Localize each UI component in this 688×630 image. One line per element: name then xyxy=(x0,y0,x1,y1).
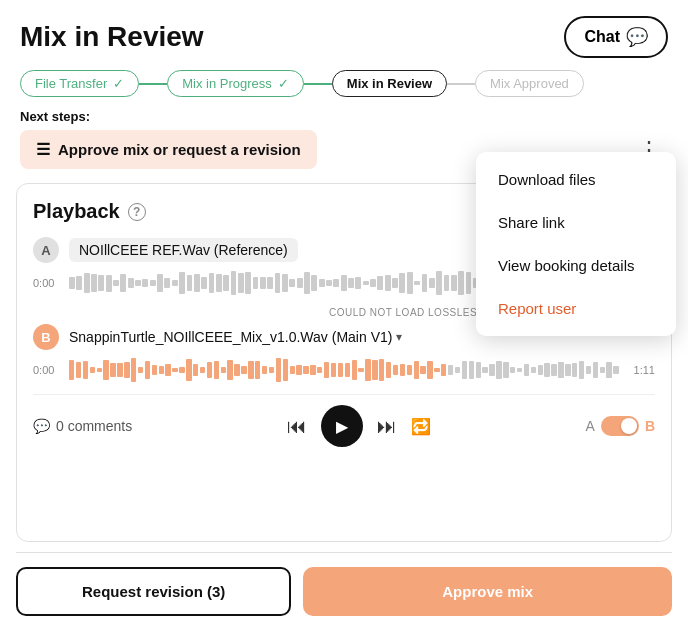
bottom-buttons: Request revision (3) Approve mix xyxy=(0,553,688,630)
track-b-name-text: SnappinTurtle_NOIllCEEE_Mix_v1.0.Wav (Ma… xyxy=(69,329,392,345)
track-b-waveform-row: 0:00 1:11 xyxy=(33,356,655,384)
list-icon: ☰ xyxy=(36,140,50,159)
track-b-badge: B xyxy=(33,324,59,350)
track-a-badge: A xyxy=(33,237,59,263)
comments-button[interactable]: 💬 0 comments xyxy=(33,418,132,434)
request-revision-button[interactable]: Request revision (3) xyxy=(16,567,291,616)
controls-row: 💬 0 comments ⏮ ▶ ⏭ 🔁 A B xyxy=(33,394,655,447)
connector-3 xyxy=(447,83,475,85)
track-b-name[interactable]: SnappinTurtle_NOIllCEEE_Mix_v1.0.Wav (Ma… xyxy=(69,329,402,345)
step-file-transfer-label: File Transfer xyxy=(35,76,107,91)
dropdown-share[interactable]: Share link xyxy=(476,201,676,244)
chat-label: Chat xyxy=(584,28,620,46)
dropdown-booking[interactable]: View booking details xyxy=(476,244,676,287)
track-a-time-start: 0:00 xyxy=(33,277,61,289)
help-icon[interactable]: ? xyxy=(128,203,146,221)
skip-back-button[interactable]: ⏮ xyxy=(287,415,307,438)
step-mix-in-progress-label: Mix in Progress xyxy=(182,76,272,91)
step-mix-in-review-label: Mix in Review xyxy=(347,76,432,91)
track-b-time-end: 1:11 xyxy=(627,364,655,376)
next-steps-label: Next steps: xyxy=(0,109,688,130)
track-a-name: NOIllCEEE REF.Wav (Reference) xyxy=(69,238,298,262)
chat-button[interactable]: Chat 💬 xyxy=(564,16,668,58)
step-check-icon: ✓ xyxy=(113,76,124,91)
connector-2 xyxy=(304,83,332,85)
playback-controls: ⏮ ▶ ⏭ 🔁 xyxy=(287,405,431,447)
dropdown-report[interactable]: Report user xyxy=(476,287,676,330)
step-mix-approved: Mix Approved xyxy=(475,70,584,97)
step-mix-approved-label: Mix Approved xyxy=(490,76,569,91)
ab-toggle-switch[interactable] xyxy=(601,416,639,436)
approve-action-label: Approve mix or request a revision xyxy=(58,141,301,158)
page-title: Mix in Review xyxy=(20,21,204,53)
approve-mix-button[interactable]: Approve mix xyxy=(303,567,672,616)
loop-button[interactable]: 🔁 xyxy=(411,417,431,436)
chat-icon: 💬 xyxy=(626,26,648,48)
approve-action-box: ☰ Approve mix or request a revision xyxy=(20,130,317,169)
track-b-waveform[interactable] xyxy=(69,356,619,384)
play-button[interactable]: ▶ xyxy=(321,405,363,447)
connector-1 xyxy=(139,83,167,85)
playback-title: Playback xyxy=(33,200,120,223)
chevron-down-icon: ▾ xyxy=(396,330,402,344)
comments-label: 0 comments xyxy=(56,418,132,434)
ab-toggle: A B xyxy=(586,416,655,436)
comment-icon: 💬 xyxy=(33,418,50,434)
step-mix-in-review: Mix in Review xyxy=(332,70,447,97)
dropdown-download[interactable]: Download files xyxy=(476,158,676,201)
ab-b-label: B xyxy=(645,418,655,434)
track-b-time-start: 0:00 xyxy=(33,364,61,376)
skip-forward-button[interactable]: ⏭ xyxy=(377,415,397,438)
steps-bar: File Transfer ✓ Mix in Progress ✓ Mix in… xyxy=(0,70,688,109)
toggle-knob xyxy=(621,418,637,434)
dropdown-menu: Download files Share link View booking d… xyxy=(476,152,676,336)
ab-a-label: A xyxy=(586,418,595,434)
step-check-icon-2: ✓ xyxy=(278,76,289,91)
step-file-transfer: File Transfer ✓ xyxy=(20,70,139,97)
step-mix-in-progress: Mix in Progress ✓ xyxy=(167,70,304,97)
